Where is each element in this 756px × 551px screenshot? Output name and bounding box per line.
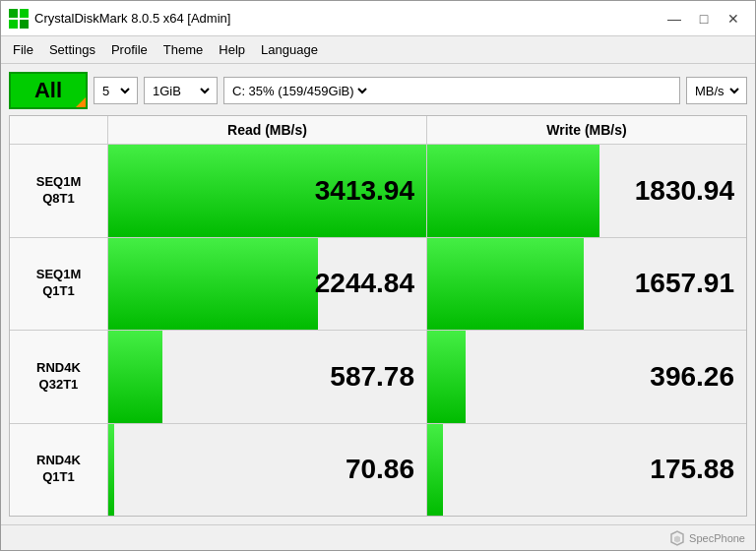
specphone-text: SpecPhone	[689, 532, 745, 544]
table-row: RND4KQ1T1 70.86 175.88	[10, 424, 746, 517]
read-value: 3413.94	[315, 175, 414, 207]
read-value: 587.78	[330, 361, 414, 393]
read-bar	[108, 238, 318, 331]
minimize-button[interactable]: —	[661, 8, 688, 30]
col-header-write: Write (MB/s)	[427, 116, 746, 145]
read-cell-rnd4k-q32t1: 587.78	[108, 331, 427, 423]
menu-theme[interactable]: Theme	[156, 39, 211, 60]
write-cell-seq1m-q8t1: 1830.94	[427, 145, 746, 237]
read-value: 70.86	[346, 454, 414, 485]
row-label-rnd4k-q1t1: RND4KQ1T1	[10, 424, 108, 517]
menu-bar: File Settings Profile Theme Help Languag…	[1, 36, 755, 64]
table-row: SEQ1MQ8T1 3413.94 1830.94	[10, 145, 746, 238]
write-value: 1830.94	[635, 175, 734, 207]
unit-select[interactable]: MB/s GB/s IOPS μs	[691, 83, 742, 99]
app-window: CrystalDiskMark 8.0.5 x64 [Admin] — □ ✕ …	[0, 0, 756, 551]
size-select[interactable]: 512MiB 1GiB 2GiB 4GiB	[149, 83, 213, 99]
svg-rect-3	[20, 20, 29, 29]
close-button[interactable]: ✕	[720, 8, 747, 30]
menu-help[interactable]: Help	[211, 39, 253, 60]
menu-profile[interactable]: Profile	[103, 39, 156, 60]
menu-language[interactable]: Language	[253, 39, 326, 60]
row-label-seq1m-q8t1: SEQ1MQ8T1	[10, 145, 108, 237]
write-cell-rnd4k-q1t1: 175.88	[427, 424, 746, 517]
specphone-icon	[669, 530, 685, 546]
write-value: 1657.91	[635, 268, 734, 299]
svg-rect-0	[9, 9, 18, 18]
unit-dropdown[interactable]: MB/s GB/s IOPS μs	[686, 77, 747, 104]
status-bar: SpecPhone	[1, 524, 755, 550]
write-bar	[427, 238, 584, 331]
all-button[interactable]: All	[9, 72, 88, 109]
table-header: Read (MB/s) Write (MB/s)	[10, 116, 746, 145]
menu-settings[interactable]: Settings	[41, 39, 103, 60]
window-title: CrystalDiskMark 8.0.5 x64 [Admin]	[34, 11, 661, 26]
table-row: SEQ1MQ1T1 2244.84 1657.91	[10, 238, 746, 332]
write-value: 396.26	[650, 361, 734, 393]
col-header-read: Read (MB/s)	[108, 116, 427, 145]
benchmark-table: Read (MB/s) Write (MB/s) SEQ1MQ8T1 3413.…	[9, 115, 747, 517]
count-select[interactable]: 1 3 5 10	[98, 83, 133, 99]
write-cell-rnd4k-q32t1: 396.26	[427, 331, 746, 423]
specphone-logo: SpecPhone	[669, 530, 745, 546]
write-bar	[427, 424, 443, 517]
col-header-label	[10, 116, 108, 145]
read-bar	[108, 424, 114, 517]
drive-dropdown[interactable]: C: 35% (159/459GiB)	[223, 77, 680, 104]
maximize-button[interactable]: □	[690, 8, 718, 30]
table-row: RND4KQ32T1 587.78 396.26	[10, 331, 746, 424]
write-value: 175.88	[650, 454, 734, 485]
app-icon	[9, 9, 29, 29]
read-cell-seq1m-q1t1: 2244.84	[108, 238, 427, 331]
size-dropdown[interactable]: 512MiB 1GiB 2GiB 4GiB	[144, 77, 218, 104]
count-dropdown[interactable]: 1 3 5 10	[94, 77, 138, 104]
svg-rect-1	[20, 9, 29, 18]
read-bar	[108, 331, 162, 423]
menu-file[interactable]: File	[5, 39, 41, 60]
write-bar	[427, 145, 599, 237]
svg-rect-2	[9, 20, 18, 29]
read-value: 2244.84	[315, 268, 414, 299]
read-cell-rnd4k-q1t1: 70.86	[108, 424, 427, 517]
write-cell-seq1m-q1t1: 1657.91	[427, 238, 746, 331]
read-cell-seq1m-q8t1: 3413.94	[108, 145, 427, 237]
title-bar: CrystalDiskMark 8.0.5 x64 [Admin] — □ ✕	[1, 1, 755, 36]
drive-select[interactable]: C: 35% (159/459GiB)	[228, 83, 370, 99]
row-label-rnd4k-q32t1: RND4KQ32T1	[10, 331, 108, 423]
controls-row: All 1 3 5 10 512MiB 1GiB 2GiB 4GiB	[9, 72, 747, 109]
window-controls: — □ ✕	[661, 8, 747, 30]
main-content: All 1 3 5 10 512MiB 1GiB 2GiB 4GiB	[1, 64, 755, 524]
write-bar	[427, 331, 466, 423]
row-label-seq1m-q1t1: SEQ1MQ1T1	[10, 238, 108, 331]
